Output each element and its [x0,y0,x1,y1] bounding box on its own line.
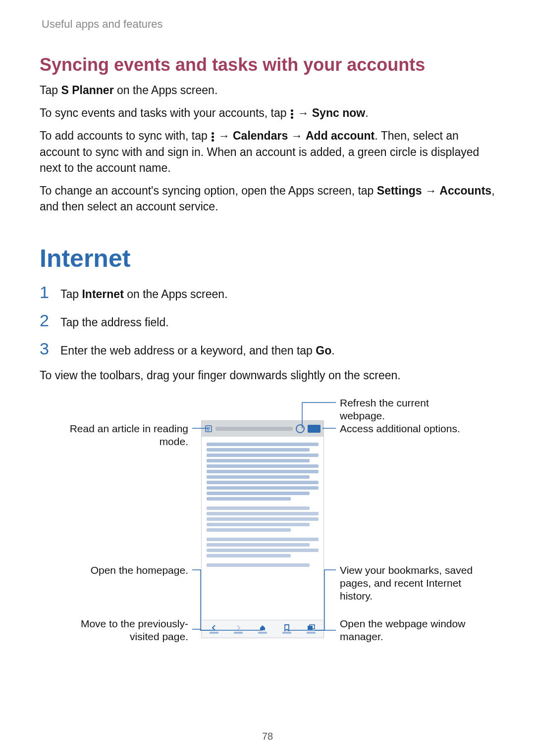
subsection-title: Syncing events and tasks with your accou… [40,54,495,75]
section-title-internet: Internet [40,244,495,273]
callout-additional-options: Access additional options. [340,422,474,435]
step-number: 2 [40,311,52,330]
step-2: 2 Tap the address field. [40,311,495,330]
callout-homepage: Open the homepage. [54,564,188,577]
more-options-icon [291,109,293,119]
callout-bookmarks: View your bookmarks, saved pages, and re… [340,564,474,603]
arrow: → [422,184,440,197]
bold-syncnow: Sync now [312,106,365,119]
para-sync-now: To sync events and tasks with your accou… [40,105,495,121]
step-text: Enter the web address or a keyword, and … [60,344,335,357]
para-add-account: To add accounts to sync with, tap → Cale… [40,128,495,176]
callout-window-manager: Open the webpage window manager. [340,617,474,644]
step-text: Tap Internet on the Apps screen. [60,288,228,301]
step-3: 3 Enter the web address or a keyword, an… [40,339,495,358]
breadcrumb: Useful apps and features [42,18,495,31]
text: To change an account's syncing option, o… [40,184,377,197]
callout-back: Move to the previously-visited page. [54,617,188,644]
callout-refresh: Refresh the current webpage. [340,397,474,423]
text: on the Apps screen. [124,288,228,301]
more-options-icon [212,132,214,142]
arrow: → [215,129,233,142]
text: Enter the web address or a keyword, and … [60,344,316,357]
step-1: 1 Tap Internet on the Apps screen. [40,283,495,302]
internet-app-diagram: Refresh the current webpage. Read an art… [40,393,495,670]
numbered-steps: 1 Tap Internet on the Apps screen. 2 Tap… [40,283,495,358]
bold-splanner: S Planner [61,84,113,97]
text: To add accounts to sync with, tap [40,129,211,142]
callout-reading-mode: Read an article in reading mode. [54,422,188,449]
bold-calendars: Calendars [233,129,288,142]
bold-internet: Internet [82,288,123,301]
page-number: 78 [0,731,535,742]
para-tap-splanner: Tap S Planner on the Apps screen. [40,82,495,98]
bold-addaccount: Add account [306,129,374,142]
text: on the Apps screen. [114,84,218,97]
text: Tap [60,288,82,301]
bold-accounts: Accounts [439,184,491,197]
text: . [331,344,334,357]
text: To sync events and tasks with your accou… [40,106,290,119]
step-number: 1 [40,283,52,302]
arrow: → [294,106,312,119]
bold-settings: Settings [377,184,422,197]
step-number: 3 [40,339,52,358]
para-toolbars: To view the toolbars, drag your finger d… [40,367,495,383]
arrow: → [288,129,306,142]
text: . [365,106,368,119]
bold-go: Go [316,344,331,357]
para-change-sync: To change an account's syncing option, o… [40,183,495,214]
text: Tap [40,84,61,97]
step-text: Tap the address field. [60,316,169,329]
